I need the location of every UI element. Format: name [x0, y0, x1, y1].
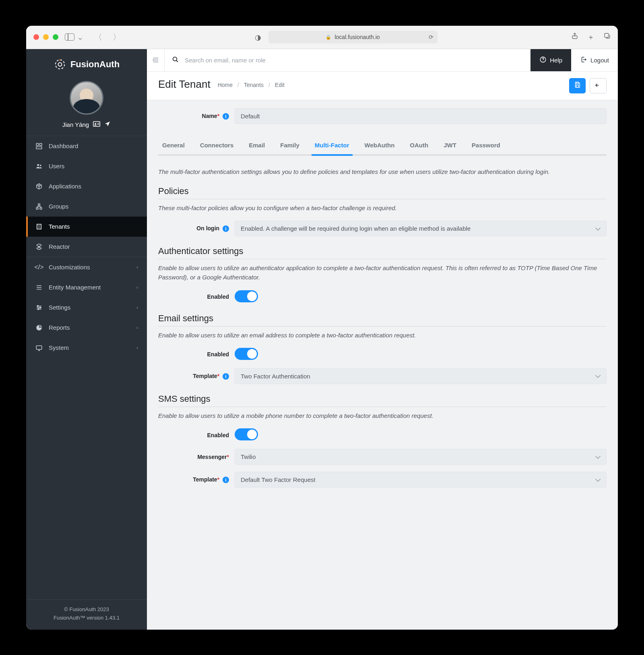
svg-rect-9	[36, 143, 38, 145]
chevron-left-icon: ‹	[136, 285, 138, 290]
tab-email[interactable]: Email	[248, 137, 266, 154]
email-enabled-toggle[interactable]	[235, 348, 258, 360]
location-arrow-icon[interactable]	[104, 121, 111, 128]
sms-template-select[interactable]: Default Two Factor Request	[235, 472, 607, 488]
on-login-select[interactable]: Enabled. A challenge will be required du…	[235, 221, 607, 236]
email-template-select[interactable]: Two Factor Authentication	[235, 368, 607, 384]
svg-point-20	[40, 307, 41, 308]
svg-point-13	[40, 164, 41, 166]
logout-button[interactable]: Logout	[571, 49, 618, 72]
mfa-intro: The multi-factor authentication settings…	[158, 167, 607, 176]
authenticator-desc: Enable to allow users to utilize an auth…	[158, 263, 607, 282]
breadcrumb: Home/ Tenants/ Edit	[218, 82, 285, 88]
sms-settings-desc: Enable to allow users to utilize a mobil…	[158, 411, 607, 420]
email-template-label: Template	[193, 373, 217, 379]
svg-rect-7	[97, 123, 99, 123]
url-bar[interactable]: 🔒 local.fusionauth.io ⟳	[268, 31, 438, 43]
tab-general[interactable]: General	[161, 137, 186, 154]
email-enabled-label: Enabled	[207, 351, 229, 357]
brand-name: FusionAuth	[70, 59, 120, 70]
svg-rect-22	[36, 345, 42, 349]
save-button[interactable]	[569, 78, 586, 93]
crumb-edit: Edit	[275, 82, 285, 88]
svg-point-25	[543, 61, 544, 62]
sms-template-label: Template	[193, 476, 217, 483]
info-icon[interactable]: i	[223, 225, 229, 232]
radiation-icon	[35, 243, 43, 250]
tab-family[interactable]: Family	[279, 137, 300, 154]
back-button[interactable]	[590, 78, 607, 93]
svg-rect-17	[37, 224, 41, 229]
svg-point-12	[37, 164, 39, 166]
svg-rect-10	[40, 143, 42, 145]
on-login-label: On login	[196, 225, 219, 231]
sidebar-footer: © FusionAuth 2023 FusionAuth™ version 1.…	[26, 599, 147, 630]
svg-point-21	[38, 308, 39, 310]
minimize-window-icon[interactable]	[43, 34, 49, 40]
chevron-left-icon: ‹	[136, 264, 138, 270]
info-icon[interactable]: i	[223, 373, 229, 380]
tabs-overview-icon[interactable]	[603, 32, 611, 42]
id-card-icon[interactable]	[93, 121, 100, 128]
sidebar-item-reports[interactable]: Reports‹	[26, 318, 147, 338]
name-label: Name	[202, 113, 217, 119]
forward-icon[interactable]: 〉	[113, 32, 121, 43]
code-icon: </>	[35, 264, 43, 271]
search-icon	[172, 56, 179, 64]
sidebar-item-customizations[interactable]: </>Customizations‹	[26, 257, 147, 277]
share-icon[interactable]	[571, 32, 578, 42]
info-icon[interactable]: i	[223, 113, 229, 120]
desktop-icon	[35, 344, 43, 351]
tab-multi-factor[interactable]: Multi-Factor	[314, 137, 350, 154]
sidebar-item-dashboard[interactable]: Dashboard	[26, 136, 147, 156]
sidebar: FusionAuth Jian Yáng Dashboard	[26, 49, 147, 630]
sidebar-item-entity-management[interactable]: Entity Management‹	[26, 277, 147, 298]
new-tab-icon[interactable]: ＋	[587, 32, 594, 42]
collapse-sidebar-button[interactable]	[147, 49, 165, 71]
close-window-icon[interactable]	[33, 34, 39, 40]
chevron-left-icon: ‹	[136, 325, 138, 331]
sidebar-item-groups[interactable]: Groups	[26, 196, 147, 217]
list-icon	[35, 284, 43, 291]
tab-jwt[interactable]: JWT	[443, 137, 457, 154]
sidebar-item-system[interactable]: System‹	[26, 338, 147, 358]
brand-logo[interactable]: FusionAuth	[54, 58, 120, 71]
authenticator-enabled-toggle[interactable]	[235, 290, 258, 302]
reload-icon[interactable]: ⟳	[429, 34, 433, 40]
messenger-select[interactable]: Twilio	[235, 449, 607, 465]
sms-enabled-toggle[interactable]	[235, 428, 258, 440]
name-field[interactable]: Default	[235, 108, 607, 124]
sidebar-item-users[interactable]: Users	[26, 156, 147, 176]
sidebar-toggle-icon[interactable]	[65, 33, 74, 41]
sidebar-item-settings[interactable]: Settings‹	[26, 298, 147, 318]
crumb-tenants[interactable]: Tenants	[244, 82, 264, 88]
logout-icon	[580, 56, 587, 64]
tab-password[interactable]: Password	[471, 137, 501, 154]
maximize-window-icon[interactable]	[53, 34, 58, 40]
sidebar-item-tenants[interactable]: Tenants	[26, 217, 147, 237]
svg-rect-16	[40, 208, 42, 209]
avatar[interactable]	[70, 81, 103, 115]
email-settings-heading: Email settings	[158, 313, 607, 326]
sidebar-item-reactor[interactable]: Reactor	[26, 237, 147, 257]
back-icon[interactable]: 〈	[94, 32, 102, 43]
users-icon	[35, 163, 43, 170]
svg-rect-1	[605, 33, 609, 37]
page-header: Edit Tenant Home/ Tenants/ Edit	[147, 72, 618, 100]
sidebar-item-applications[interactable]: Applications	[26, 176, 147, 196]
info-icon[interactable]: i	[223, 477, 229, 483]
chevron-down-icon[interactable]: ⌄	[77, 32, 84, 42]
search-input[interactable]	[185, 57, 523, 64]
help-button[interactable]: Help	[530, 49, 571, 72]
url-host: local.fusionauth.io	[334, 34, 380, 40]
email-settings-desc: Enable to allow users to utilize an emai…	[158, 331, 607, 340]
tab-bar: General Connectors Email Family Multi-Fa…	[158, 137, 607, 156]
tab-webauthn[interactable]: WebAuthn	[364, 137, 396, 154]
pie-chart-icon	[35, 324, 43, 331]
crumb-home[interactable]: Home	[218, 82, 233, 88]
tab-oauth[interactable]: OAuth	[409, 137, 429, 154]
authenticator-enabled-label: Enabled	[207, 293, 229, 300]
privacy-shield-icon[interactable]: ◑	[255, 33, 262, 41]
sliders-icon	[35, 304, 43, 311]
tab-connectors[interactable]: Connectors	[199, 137, 234, 154]
